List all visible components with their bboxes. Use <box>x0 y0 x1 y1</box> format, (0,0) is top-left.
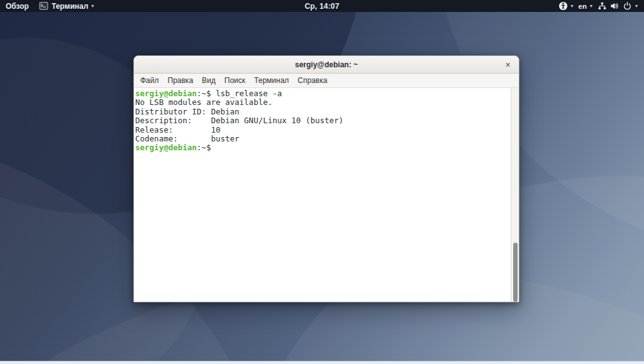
terminal-line-prompt: sergiy@debian:~$ <box>135 143 509 152</box>
menu-bar: Файл Правка Вид Поиск Терминал Справка <box>134 74 519 88</box>
terminal-line: Distributor ID: Debian <box>135 108 509 116</box>
activities-button[interactable]: Обзор <box>6 0 29 12</box>
menu-edit[interactable]: Правка <box>164 74 198 87</box>
terminal-line: Description: Debian GNU/Linux 10 (buster… <box>135 116 509 125</box>
chevron-down-icon: ▾ <box>571 4 574 9</box>
menu-search[interactable]: Поиск <box>220 74 250 87</box>
accessibility-icon <box>558 1 568 11</box>
terminal-line: No LSB modules are available. <box>135 98 509 107</box>
wired-network-icon <box>597 1 607 11</box>
terminal-line: Release: 10 <box>135 126 509 135</box>
terminal-line: Codename: buster <box>135 135 509 143</box>
menu-view[interactable]: Вид <box>197 74 220 87</box>
clock[interactable]: Ср, 14:07 <box>304 2 339 11</box>
keyboard-layout-menu[interactable]: en ▾ <box>579 0 592 12</box>
menu-terminal[interactable]: Терминал <box>250 74 293 87</box>
prompt-tail: :~$ <box>197 89 216 98</box>
accessibility-menu[interactable]: ▾ <box>558 0 574 12</box>
chevron-down-icon: ▾ <box>635 4 638 9</box>
top-bar: Обзор Терминал ▾ Ср, 14:07 ▾ <box>0 0 644 12</box>
system-menu[interactable]: ▾ <box>597 0 638 12</box>
chevron-down-icon: ▾ <box>91 4 94 9</box>
wallpaper-bottom-strip <box>0 361 644 364</box>
window-title: sergiy@debian: ~ <box>295 60 358 69</box>
scrollbar-track[interactable] <box>511 88 519 302</box>
keyboard-layout-label: en <box>579 3 587 10</box>
power-icon <box>623 1 632 11</box>
close-button[interactable]: × <box>502 58 514 70</box>
prompt-user-host: sergiy@debian <box>135 143 197 152</box>
activities-label: Обзор <box>6 2 29 11</box>
terminal-content-area[interactable]: sergiy@debian:~$ lsb_release -aNo LSB mo… <box>134 88 519 302</box>
terminal-output: sergiy@debian:~$ lsb_release -aNo LSB mo… <box>134 88 519 153</box>
volume-icon <box>610 1 619 11</box>
desktop: Обзор Терминал ▾ Ср, 14:07 ▾ <box>0 0 644 364</box>
app-menu[interactable]: Терминал ▾ <box>39 0 94 12</box>
menu-help[interactable]: Справка <box>293 74 331 87</box>
prompt-user-host: sergiy@debian <box>135 89 197 98</box>
window-titlebar[interactable]: sergiy@debian: ~ × <box>134 56 519 74</box>
terminal-app-icon <box>39 1 48 11</box>
terminal-window: sergiy@debian: ~ × Файл Правка Вид Поиск… <box>133 55 519 302</box>
command-text: lsb_release -a <box>216 89 282 98</box>
prompt-tail: :~$ <box>197 143 216 152</box>
app-menu-label: Терминал <box>52 2 88 11</box>
terminal-line-prompt: sergiy@debian:~$ lsb_release -a <box>135 89 509 98</box>
chevron-down-icon: ▾ <box>590 4 592 9</box>
scrollbar-thumb[interactable] <box>513 243 518 302</box>
menu-file[interactable]: Файл <box>136 74 164 87</box>
